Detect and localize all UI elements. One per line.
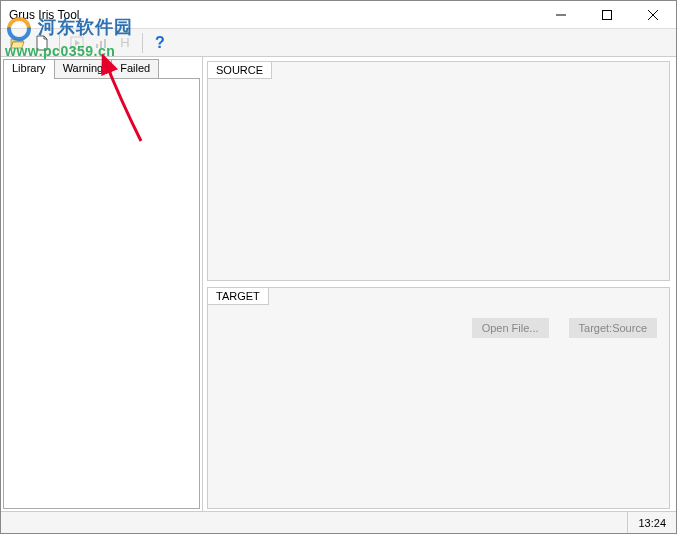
target-panel: TARGET Open File... Target:Source (207, 287, 670, 509)
play-button (66, 32, 88, 54)
folder-open-icon (10, 36, 26, 50)
status-bar: 13:24 (1, 511, 676, 533)
toolbar: H ? (1, 29, 676, 57)
open-file-button[interactable]: Open File... (472, 318, 549, 338)
svg-rect-1 (603, 10, 612, 19)
maximize-button[interactable] (584, 1, 630, 28)
tab-row: Library Warning Failed (3, 59, 200, 79)
source-panel: SOURCE (207, 61, 670, 281)
close-button[interactable] (630, 1, 676, 28)
svg-rect-7 (104, 39, 106, 48)
new-file-button[interactable] (31, 32, 53, 54)
window-title: Grus Iris Tool (9, 8, 538, 22)
title-bar: Grus Iris Tool (1, 1, 676, 29)
target-buttons: Open File... Target:Source (472, 318, 657, 338)
target-label: TARGET (208, 288, 269, 305)
target-source-button[interactable]: Target:Source (569, 318, 657, 338)
help-icon: ? (155, 34, 165, 52)
h-icon: H (120, 35, 129, 50)
library-tree[interactable] (3, 78, 200, 509)
open-folder-button[interactable] (7, 32, 29, 54)
source-label: SOURCE (208, 62, 272, 79)
status-time: 13:24 (627, 512, 676, 533)
tab-warning[interactable]: Warning (54, 59, 113, 79)
tab-library[interactable]: Library (3, 59, 55, 79)
toolbar-separator (59, 33, 60, 53)
chart-button (90, 32, 112, 54)
h-button: H (114, 32, 136, 54)
tab-failed[interactable]: Failed (111, 59, 159, 79)
play-icon (70, 36, 84, 50)
svg-rect-5 (96, 44, 98, 48)
toolbar-separator (142, 33, 143, 53)
left-pane: Library Warning Failed (1, 57, 203, 511)
help-button[interactable]: ? (149, 32, 171, 54)
new-file-icon (35, 35, 49, 51)
svg-rect-6 (100, 41, 102, 48)
minimize-button[interactable] (538, 1, 584, 28)
right-pane: SOURCE TARGET Open File... Target:Source (203, 57, 676, 511)
chart-icon (94, 36, 108, 50)
window-controls (538, 1, 676, 28)
main-area: Library Warning Failed SOURCE TARGET Ope… (1, 57, 676, 511)
